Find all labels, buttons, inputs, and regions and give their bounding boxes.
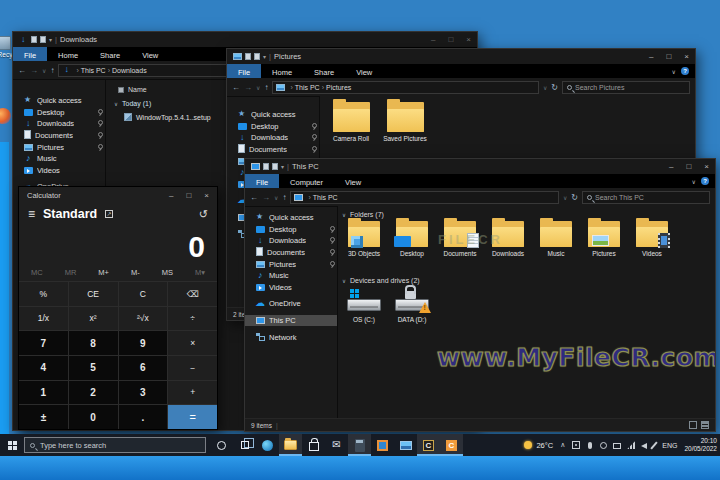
- memory-button-m[interactable]: M-: [131, 268, 140, 277]
- close-button[interactable]: ×: [704, 162, 709, 171]
- taskbar-search-input[interactable]: Type here to search: [24, 437, 206, 453]
- minimize-button[interactable]: –: [649, 52, 653, 61]
- sidebar-item-quick-access[interactable]: Quick access: [245, 212, 337, 224]
- calc-key-x[interactable]: x²: [69, 307, 118, 331]
- sidebar-item-desktop[interactable]: Desktop: [227, 121, 319, 133]
- taskbar-app-app-c-dark[interactable]: C: [417, 434, 440, 456]
- titlebar-pictures[interactable]: ▾ | Pictures – □ ×: [227, 49, 695, 64]
- language-indicator[interactable]: ENG: [662, 442, 677, 449]
- taskbar-app-photos[interactable]: [371, 434, 394, 456]
- chevron-down-icon[interactable]: ▾: [281, 163, 284, 170]
- folder-3d-objects[interactable]: 3D Objects: [340, 221, 388, 257]
- memory-button-m[interactable]: M▾: [195, 268, 205, 277]
- breadcrumb-item-this-pc[interactable]: This PC: [295, 84, 320, 91]
- taskbar-app-cortana[interactable]: [210, 434, 233, 456]
- calc-key-[interactable]: =: [168, 405, 217, 429]
- address-box[interactable]: ›This PC: [290, 191, 558, 204]
- calc-key-ce[interactable]: CE: [69, 282, 118, 306]
- calc-key-0[interactable]: 0: [69, 405, 118, 429]
- up-button[interactable]: ↑: [282, 193, 286, 202]
- menu-icon[interactable]: ≡: [28, 209, 35, 219]
- calc-key-[interactable]: %: [19, 282, 68, 306]
- sidebar-item-music[interactable]: Music: [245, 270, 337, 282]
- keep-on-top-icon[interactable]: ↗: [105, 210, 113, 218]
- calc-key-4[interactable]: 4: [19, 356, 68, 380]
- calc-key-1[interactable]: 1: [19, 381, 68, 405]
- maximize-button[interactable]: □: [448, 35, 453, 44]
- quick-access-toolbar-icon[interactable]: [31, 36, 37, 43]
- tray-photo-icon[interactable]: [572, 441, 580, 449]
- ribbon-tab-file[interactable]: File: [227, 64, 261, 78]
- calc-key-c[interactable]: C: [119, 282, 168, 306]
- address-box[interactable]: ›This PC›Pictures: [272, 81, 538, 94]
- folder-camera-roll[interactable]: Camera Roll: [324, 102, 378, 142]
- sidebar-item-onedrive[interactable]: OneDrive: [245, 298, 337, 310]
- sidebar-item-videos[interactable]: Videos: [13, 165, 105, 177]
- tray-network-icon[interactable]: [627, 441, 635, 449]
- taskbar-app-app-c-orange[interactable]: C: [440, 434, 463, 456]
- calc-key-5[interactable]: 5: [69, 356, 118, 380]
- calc-key-[interactable]: .: [119, 405, 168, 429]
- maximize-button[interactable]: □: [666, 52, 671, 61]
- forward-button[interactable]: →: [244, 83, 252, 92]
- tray-overflow-icon[interactable]: ∧: [560, 441, 565, 449]
- forward-button[interactable]: →: [262, 193, 270, 202]
- sidebar-item-quick-access[interactable]: Quick access: [13, 95, 105, 107]
- file-item[interactable]: WindowTop.5.4.1..setup: [124, 113, 211, 121]
- ribbon-collapse-icon[interactable]: ∨: [672, 68, 676, 75]
- titlebar-this-pc[interactable]: ▾ | This PC – □ ×: [245, 159, 715, 174]
- sidebar-item-documents[interactable]: Documents: [227, 144, 319, 156]
- calc-key-[interactable]: ×: [168, 331, 217, 355]
- recent-locations-icon[interactable]: ∨: [42, 67, 46, 74]
- ribbon-tab-file[interactable]: File: [13, 47, 47, 61]
- calc-key-[interactable]: −: [168, 356, 217, 380]
- calc-key-1-x[interactable]: 1/x: [19, 307, 68, 331]
- quick-access-toolbar-icon[interactable]: [245, 53, 251, 60]
- ribbon-tab-share[interactable]: Share: [89, 47, 131, 61]
- calc-key-[interactable]: +: [168, 381, 217, 405]
- drive-os-c[interactable]: OS (C:): [340, 287, 388, 323]
- history-icon[interactable]: ↺: [199, 208, 208, 221]
- drive-data-d[interactable]: DATA (D:): [388, 287, 436, 323]
- memory-button-mr[interactable]: MR: [65, 268, 77, 277]
- tray-volume-icon[interactable]: [641, 443, 647, 449]
- close-button[interactable]: ×: [466, 35, 471, 44]
- refresh-icon[interactable]: ↻: [551, 83, 558, 92]
- chevron-down-icon[interactable]: ∨: [563, 194, 567, 201]
- help-icon[interactable]: ?: [681, 67, 689, 75]
- sidebar-item-documents[interactable]: Documents: [245, 247, 337, 259]
- taskbar-app-file-explorer[interactable]: [279, 434, 302, 456]
- ribbon-tab-share[interactable]: Share: [303, 64, 345, 78]
- sidebar-item-videos[interactable]: Videos: [245, 282, 337, 294]
- help-icon[interactable]: ?: [701, 177, 709, 185]
- breadcrumb-item-this-pc[interactable]: This PC: [313, 194, 338, 201]
- sidebar-item-downloads[interactable]: Downloads: [245, 235, 337, 247]
- sidebar-item-this-pc[interactable]: This PC: [245, 315, 337, 327]
- calc-key-6[interactable]: 6: [119, 356, 168, 380]
- sidebar-item-documents[interactable]: Documents: [13, 130, 105, 142]
- tray-display-icon[interactable]: [613, 443, 621, 449]
- chevron-down-icon[interactable]: ▾: [49, 36, 52, 43]
- section-folders[interactable]: ∨ Folders (7): [342, 211, 384, 218]
- ribbon-tab-view[interactable]: View: [131, 47, 169, 61]
- tray-mic-icon[interactable]: [588, 442, 592, 449]
- sidebar-item-downloads[interactable]: Downloads: [13, 118, 105, 130]
- column-header-name[interactable]: Name: [118, 86, 147, 93]
- refresh-icon[interactable]: ↻: [571, 193, 578, 202]
- calc-key-7[interactable]: 7: [19, 331, 68, 355]
- tray-pen-icon[interactable]: [651, 441, 658, 449]
- collapse-icon[interactable]: ∨: [342, 212, 346, 218]
- calc-key-2[interactable]: 2: [69, 381, 118, 405]
- folder-saved-pictures[interactable]: Saved Pictures: [378, 102, 432, 142]
- memory-button-m[interactable]: M+: [98, 268, 109, 277]
- memory-button-mc[interactable]: MC: [31, 268, 43, 277]
- sidebar-item-desktop[interactable]: Desktop: [13, 107, 105, 119]
- checkbox-icon[interactable]: [118, 87, 124, 93]
- sidebar-item-pictures[interactable]: Pictures: [13, 141, 105, 153]
- search-box[interactable]: Search This PC: [582, 191, 710, 204]
- section-drives[interactable]: ∨ Devices and drives (2): [342, 277, 420, 284]
- details-view-icon[interactable]: [689, 421, 697, 429]
- recent-locations-icon[interactable]: ∨: [274, 194, 278, 201]
- search-box[interactable]: Search Pictures: [562, 81, 690, 94]
- back-button[interactable]: ←: [232, 83, 240, 92]
